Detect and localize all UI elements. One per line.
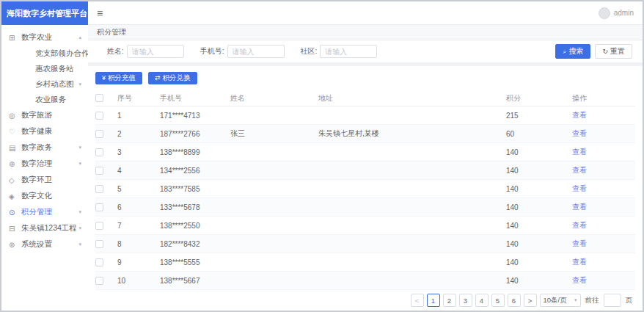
cell-phone: 134****2556 [160,167,230,175]
toolbar-button[interactable]: ¥ 积分充值 [95,72,142,84]
sidebar-item[interactable]: ▤ 数字政务 ▾ [1,139,88,156]
cell-phone: 183****7585 [160,185,230,193]
tab-points-management[interactable]: 积分管理 [97,27,126,37]
row-checkbox[interactable] [95,203,103,211]
row-checkbox[interactable] [95,112,103,120]
search-fields: 姓名: 手机号: 社区: [107,45,393,58]
cell-phone: 138****5667 [160,277,230,285]
search-input[interactable] [320,45,377,58]
cell-address: 朱吴镇七星村,某楼 [318,128,506,139]
sidebar-item-icon: ⊚ [9,241,18,249]
goto-suffix: 页 [626,296,633,305]
sidebar-item-label: 数字环卫 [21,175,52,185]
sidebar-item-label: 数字旅游 [21,110,52,120]
sidebar-fold-icon[interactable]: ≡ [97,8,103,18]
chevron-icon: ▾ [77,145,81,150]
search-input[interactable] [127,45,184,58]
cell-points: 140 [506,277,572,285]
table-row: 7 138****2550 140 查看 [95,217,635,235]
content: 姓名: 手机号: 社区: [88,40,643,311]
view-link[interactable]: 查看 [572,239,587,247]
pagination: < 1 2 3 4 5 6 [95,291,635,308]
view-link[interactable]: 查看 [572,276,587,284]
sidebar-item-icon: ▤ [9,144,18,152]
sidebar-item-icon: ⊟ [9,225,18,233]
sidebar-item[interactable]: ⊟ 朱吴镇1234工程 ▾ [1,220,88,236]
pagination-page[interactable]: 6 [508,294,521,307]
sidebar-item-label: 数字农业 [21,32,52,43]
sidebar-item-icon: ⊕ [9,160,18,168]
header-points: 积分 [506,93,572,104]
sidebar-item-icon: ⊞ [9,34,18,42]
view-link[interactable]: 查看 [572,184,587,192]
cell-phone: 138****5555 [160,258,230,266]
row-checkbox[interactable] [95,258,103,266]
chevron-icon: ▴ [77,35,81,40]
chevron-icon: ▾ [77,242,81,247]
cell-points: 140 [506,167,572,175]
sidebar-item[interactable]: ◇ 数字环卫 [1,172,88,188]
pagination-page[interactable]: 2 [443,294,456,307]
view-link[interactable]: 查看 [572,221,587,229]
sidebar-item-label: 党支部领办合作社 [35,48,88,59]
pagination-page[interactable]: 4 [475,294,489,307]
view-link[interactable]: 查看 [572,258,587,266]
sidebar-item[interactable]: ⊞ 数字农业 ▴ [1,29,88,46]
sidebar-item-icon: ⊙ [9,208,18,217]
row-checkbox[interactable] [95,240,103,248]
search-field: 姓名: [107,45,184,58]
reset-button[interactable]: ↻ 重置 [595,44,632,59]
sidebar-item[interactable]: 党支部领办合作社 [1,46,88,61]
user-menu[interactable]: admin [599,7,634,19]
goto-label: 前往 [585,296,599,305]
table-row: 10 138****5667 140 查看 [95,272,635,290]
sidebar-item[interactable]: ◎ 数字旅游 [1,107,88,123]
sidebar-item[interactable]: ⊚ 系统设置 ▾ [1,236,88,253]
pagination-page[interactable]: 5 [491,294,505,307]
user-name: admin [614,9,634,17]
search-button[interactable]: ⌕ 搜索 [555,44,590,59]
cell-phone: 187****2766 [160,130,230,138]
pagination-page[interactable]: 1 [427,294,440,307]
sidebar-item-label: 数字文化 [21,191,52,201]
row-checkbox[interactable] [95,130,103,138]
search-input[interactable] [227,45,285,58]
sidebar-item[interactable]: ⊙ 积分管理 ▾ [1,204,88,220]
view-link[interactable]: 查看 [572,111,587,119]
goto-page-input[interactable] [604,294,621,307]
sidebar-item-label: 数字健康 [21,126,52,137]
search-field: 社区: [301,45,378,58]
cell-points: 140 [506,240,572,248]
row-checkbox[interactable] [95,167,103,175]
pagination-page[interactable]: 3 [459,294,472,307]
sidebar-item[interactable]: ♡ 数字健康 [1,123,88,139]
toolbar: ¥ 积分充值 ⇄ 积分兑换 [95,72,635,84]
chevron-icon: ▾ [77,209,81,215]
pagination-prev[interactable]: < [411,294,424,307]
sidebar-item-label: 惠农服务站 [35,64,74,74]
pagination-next[interactable]: > [524,294,537,307]
page-size-select[interactable]: 10条/页 ▾ [540,294,581,307]
view-link[interactable]: 查看 [572,166,587,174]
row-checkbox[interactable] [95,222,103,230]
cell-points: 140 [506,258,572,266]
cell-points: 140 [506,203,572,211]
select-all-checkbox[interactable] [95,94,103,102]
sidebar-item[interactable]: 乡村动态图 ▾ [1,76,88,92]
sidebar-item[interactable]: 农业服务 [1,92,88,107]
row-checkbox[interactable] [95,185,103,193]
row-checkbox[interactable] [95,277,103,285]
table-row: 6 133****5678 140 查看 [95,198,635,217]
toolbar-button[interactable]: ⇄ 积分兑换 [148,72,197,84]
sidebar-item[interactable]: 惠农服务站 [1,61,88,76]
cell-phone: 182****8432 [160,240,230,248]
view-link[interactable]: 查看 [572,203,587,211]
sidebar-item[interactable]: ⊕ 数字治理 ▾ [1,156,88,172]
sidebar-item[interactable]: ◈ 数字文化 [1,188,88,204]
sidebar-item-label: 数字政务 [21,142,52,153]
view-link[interactable]: 查看 [572,148,587,156]
view-link[interactable]: 查看 [572,129,587,137]
row-checkbox[interactable] [95,148,103,156]
table-card: ¥ 积分充值 ⇄ 积分兑换 序号 手机号 姓名 [88,66,643,311]
sidebar-item-label: 系统设置 [21,239,52,250]
